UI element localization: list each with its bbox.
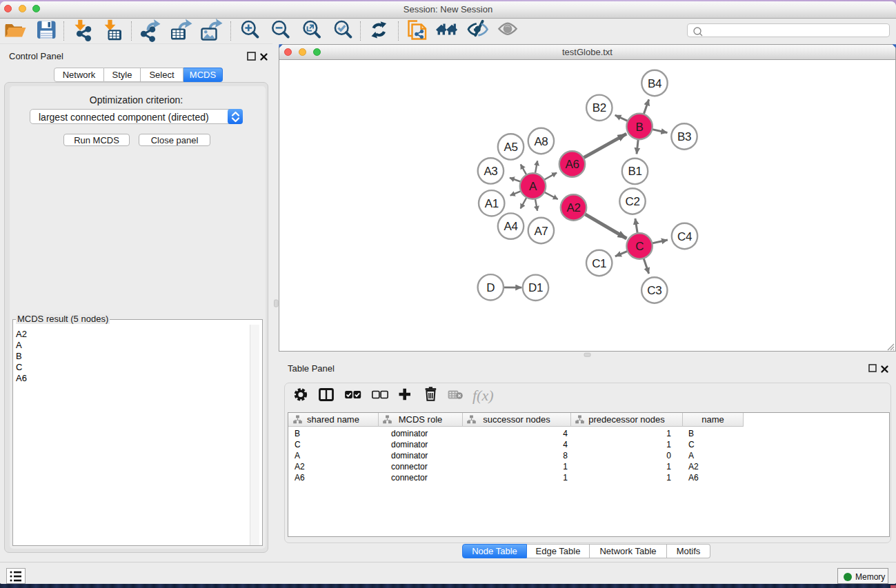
svg-text:C2: C2 (626, 195, 640, 208)
svg-text:A1: A1 (485, 197, 499, 210)
svg-text:D: D (486, 281, 495, 294)
svg-text:C: C (635, 240, 644, 253)
svg-text:C4: C4 (677, 230, 692, 243)
svg-text:B4: B4 (648, 77, 661, 90)
svg-text:B3: B3 (677, 130, 691, 143)
svg-text:A: A (529, 180, 537, 193)
svg-text:B1: B1 (628, 165, 642, 178)
svg-text:A4: A4 (504, 220, 518, 233)
svg-text:A6: A6 (566, 158, 579, 171)
svg-text:C3: C3 (647, 284, 661, 297)
svg-text:A7: A7 (534, 225, 548, 238)
svg-text:A5: A5 (504, 141, 518, 154)
svg-text:A2: A2 (567, 201, 581, 214)
svg-text:B: B (636, 121, 644, 134)
svg-text:D1: D1 (528, 281, 543, 294)
svg-text:A3: A3 (484, 165, 497, 178)
svg-text:B2: B2 (593, 101, 606, 114)
svg-text:A8: A8 (534, 135, 548, 148)
svg-text:C1: C1 (592, 257, 606, 270)
